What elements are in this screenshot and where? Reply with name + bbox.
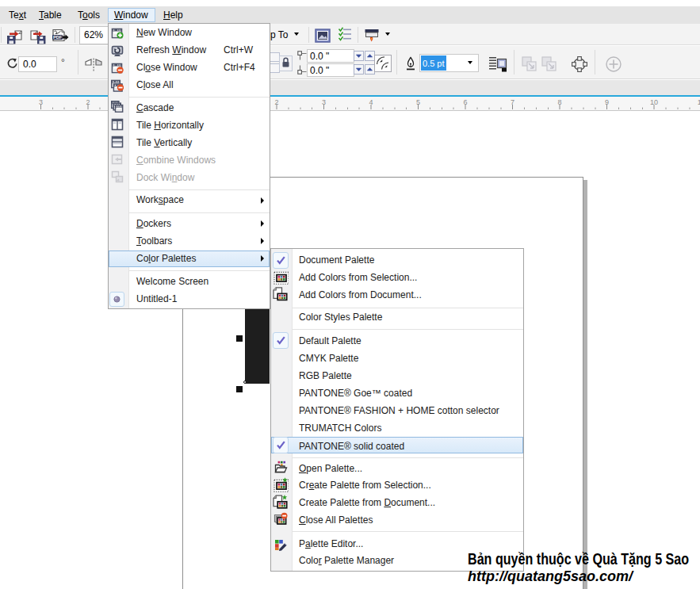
svg-text:2: 2 (274, 98, 278, 106)
svg-text:7: 7 (511, 98, 514, 106)
svg-text:10: 10 (650, 98, 658, 106)
svg-text:8: 8 (557, 98, 561, 106)
svg-text:2: 2 (86, 98, 90, 106)
svg-text:9: 9 (605, 98, 609, 106)
svg-text:6: 6 (463, 98, 467, 106)
svg-text:PDF: PDF (53, 35, 63, 40)
svg-text:3: 3 (322, 98, 326, 106)
svg-text:4: 4 (369, 98, 373, 106)
svg-text:5: 5 (416, 98, 420, 106)
svg-text:3: 3 (39, 98, 43, 106)
